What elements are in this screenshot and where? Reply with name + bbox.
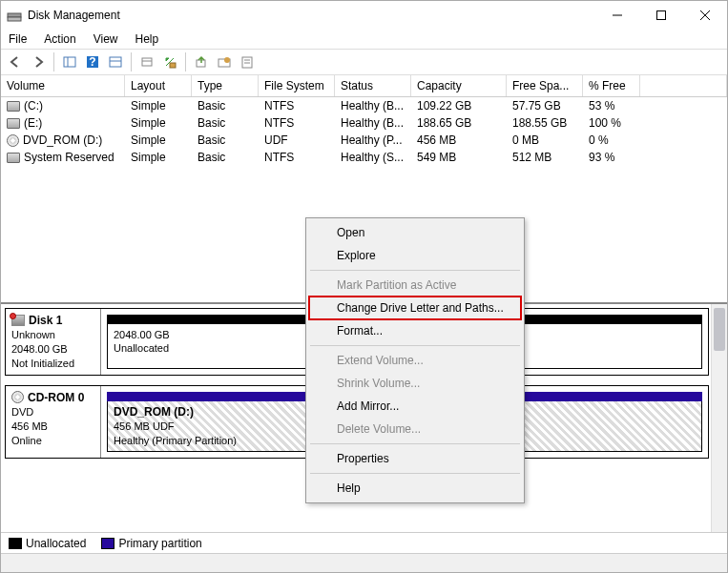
- context-menu-item[interactable]: Properties: [308, 447, 522, 470]
- volume-capacity: 456 MB: [411, 133, 507, 148]
- volume-status: Healthy (B...: [335, 115, 411, 131]
- context-menu-separator: [310, 443, 520, 444]
- minimize-button[interactable]: [595, 1, 639, 30]
- help-button[interactable]: ?: [82, 51, 103, 72]
- disk-info[interactable]: Disk 1Unknown2048.00 GBNot Initialized: [6, 309, 101, 375]
- disc-icon: [11, 391, 24, 403]
- toolbar: ?: [1, 49, 727, 75]
- volume-status: Healthy (B...: [335, 98, 411, 113]
- volume-name: (E:): [24, 116, 42, 130]
- context-menu-item[interactable]: Help: [308, 477, 522, 500]
- legend: Unallocated Primary partition: [1, 532, 727, 553]
- menu-file[interactable]: File: [9, 32, 27, 46]
- context-menu-item: Delete Volume...: [308, 418, 522, 440]
- volume-pctfree: 93 %: [583, 150, 640, 165]
- legend-label-unallocated: Unallocated: [26, 537, 86, 550]
- svg-text:?: ?: [89, 55, 95, 69]
- legend-label-primary: Primary partition: [118, 537, 201, 550]
- context-menu-item[interactable]: Add Mirror...: [308, 395, 522, 418]
- col-capacity[interactable]: Capacity: [411, 75, 507, 96]
- volume-pctfree: 100 %: [583, 115, 640, 131]
- legend-unallocated: Unallocated: [9, 537, 86, 550]
- volume-row[interactable]: DVD_ROM (D:)SimpleBasicUDFHealthy (P...4…: [1, 132, 727, 149]
- svg-point-17: [224, 57, 230, 63]
- volume-list-header: Volume Layout Type File System Status Ca…: [1, 75, 727, 97]
- context-menu-separator: [310, 473, 520, 474]
- volume-fs: UDF: [259, 133, 335, 148]
- volume-row[interactable]: (E:)SimpleBasicNTFSHealthy (B...188.65 G…: [1, 114, 727, 132]
- forward-button[interactable]: [28, 51, 49, 72]
- disk-icon: [11, 315, 25, 326]
- svg-rect-0: [8, 13, 21, 17]
- action-button-2[interactable]: [214, 51, 235, 72]
- drive-icon: [7, 118, 20, 129]
- volume-name: System Reserved: [24, 151, 114, 164]
- svg-rect-1: [8, 17, 21, 21]
- context-menu: OpenExploreMark Partition as ActiveChang…: [305, 217, 525, 503]
- volume-layout: Simple: [125, 115, 192, 131]
- context-menu-item[interactable]: Open: [308, 221, 522, 244]
- disk-info-line: DVD: [11, 405, 94, 420]
- app-icon: [7, 8, 22, 23]
- maximize-button[interactable]: [639, 1, 683, 30]
- col-fs[interactable]: File System: [259, 75, 335, 96]
- col-pctfree[interactable]: % Free: [583, 75, 640, 96]
- volume-layout: Simple: [125, 150, 192, 165]
- col-end: [640, 75, 727, 96]
- volume-fs: NTFS: [259, 98, 335, 113]
- context-menu-item[interactable]: Explore: [308, 244, 522, 267]
- svg-rect-14: [170, 63, 176, 68]
- legend-swatch-primary: [101, 538, 114, 549]
- volume-free: 512 MB: [507, 150, 583, 165]
- volume-row[interactable]: System ReservedSimpleBasicNTFSHealthy (S…: [1, 149, 727, 166]
- window-title: Disk Management: [28, 9, 595, 22]
- menu-help[interactable]: Help: [135, 32, 159, 46]
- disk-label: Disk 1: [29, 313, 62, 328]
- volume-layout: Simple: [125, 133, 192, 148]
- col-type[interactable]: Type: [192, 75, 259, 96]
- context-menu-item: Mark Partition as Active: [308, 274, 522, 297]
- drive-icon: [7, 153, 20, 163]
- action-button-1[interactable]: [191, 51, 212, 72]
- col-layout[interactable]: Layout: [125, 75, 192, 96]
- volume-capacity: 109.22 GB: [411, 98, 507, 113]
- menu-view[interactable]: View: [94, 32, 118, 46]
- drive-icon: [7, 101, 20, 112]
- volume-pctfree: 53 %: [583, 98, 640, 113]
- scrollbar-thumb[interactable]: [714, 308, 725, 351]
- context-menu-item[interactable]: Change Drive Letter and Paths...: [308, 296, 522, 320]
- menubar: File Action View Help: [1, 30, 727, 49]
- context-menu-separator: [310, 270, 520, 271]
- volume-free: 57.75 GB: [507, 98, 583, 113]
- disk-info[interactable]: CD-ROM 0DVD456 MBOnline: [6, 386, 101, 458]
- volume-status: Healthy (P...: [335, 133, 411, 148]
- context-menu-item[interactable]: Format...: [308, 319, 522, 342]
- volume-type: Basic: [192, 150, 259, 165]
- volume-name: DVD_ROM (D:): [23, 133, 102, 147]
- volume-capacity: 549 MB: [411, 150, 507, 165]
- window-controls: [595, 1, 727, 30]
- volume-capacity: 188.65 GB: [411, 115, 507, 131]
- close-button[interactable]: [683, 1, 727, 30]
- rescan-button[interactable]: [159, 51, 180, 72]
- svg-rect-6: [64, 57, 75, 67]
- col-free[interactable]: Free Spa...: [507, 75, 583, 96]
- svg-rect-3: [657, 11, 666, 20]
- properties-button[interactable]: [237, 51, 258, 72]
- volume-row[interactable]: (C:)SimpleBasicNTFSHealthy (B...109.22 G…: [1, 97, 727, 114]
- disk-info-line: Unknown: [11, 328, 94, 342]
- context-menu-separator: [310, 345, 520, 346]
- settings-button[interactable]: [105, 51, 126, 72]
- disk-info-line: Not Initialized: [11, 357, 94, 371]
- disk-info-line: Online: [11, 434, 94, 448]
- volume-free: 0 MB: [507, 133, 583, 148]
- refresh-button[interactable]: [136, 51, 157, 72]
- scrollbar[interactable]: [711, 304, 727, 532]
- menu-action[interactable]: Action: [44, 32, 75, 46]
- col-volume[interactable]: Volume: [1, 75, 125, 96]
- back-button[interactable]: [5, 51, 26, 72]
- col-status[interactable]: Status: [335, 75, 411, 96]
- legend-swatch-unallocated: [9, 538, 22, 549]
- show-hide-tree-button[interactable]: [59, 51, 80, 72]
- volume-type: Basic: [192, 98, 259, 113]
